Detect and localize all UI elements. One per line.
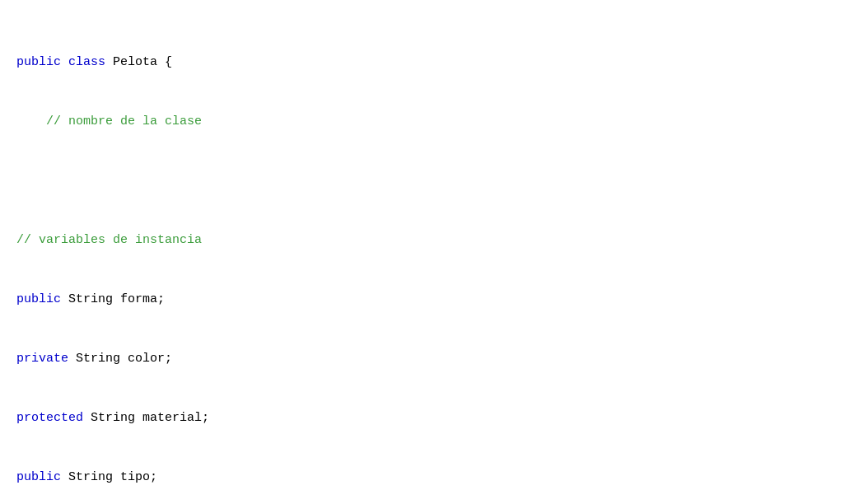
code-line-3: [16, 171, 834, 191]
keyword-class: class: [68, 55, 105, 69]
code-line-8: public String tipo;: [16, 468, 834, 488]
code-line-2: // nombre de la clase: [16, 112, 834, 132]
comment-2: // variables de instancia: [16, 233, 202, 247]
comment-1: // nombre de la clase: [46, 114, 202, 128]
code-line-7: protected String material;: [16, 408, 834, 428]
keyword-protected: protected: [16, 411, 83, 425]
code-content: public class Pelota { // nombre de la cl…: [16, 13, 834, 504]
keyword-public: public: [16, 55, 61, 69]
code-line-4: // variables de instancia: [16, 231, 834, 250]
keyword-private: private: [16, 352, 68, 366]
keyword-public-2: public: [16, 292, 61, 306]
code-line-1: public class Pelota {: [16, 53, 834, 72]
code-line-5: public String forma;: [16, 290, 834, 310]
code-line-6: private String color;: [16, 349, 834, 369]
code-editor: public class Pelota { // nombre de la cl…: [0, 0, 850, 504]
keyword-public-3: public: [16, 470, 61, 484]
